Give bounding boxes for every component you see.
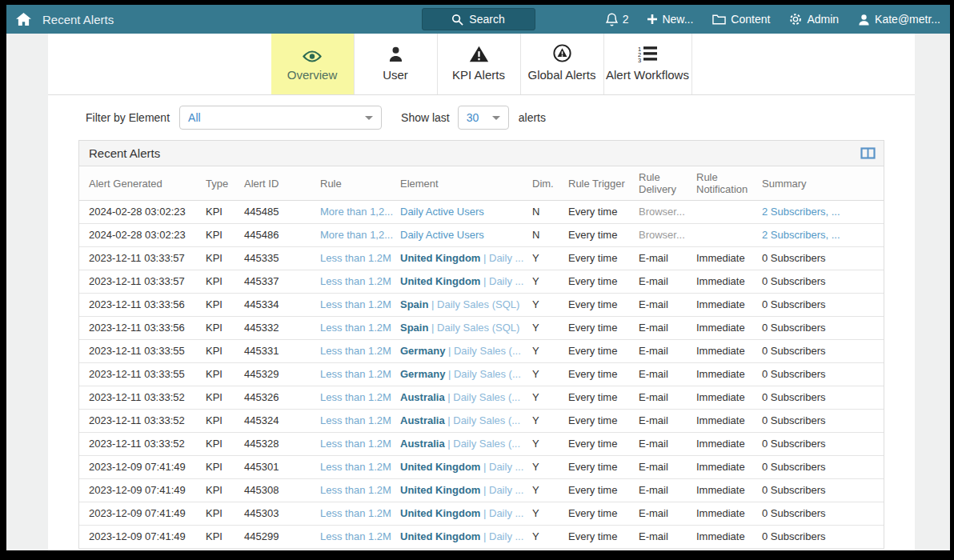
- cell-rule: Less than 1.2M: [314, 294, 394, 317]
- rule-link[interactable]: Less than 1.2M: [320, 252, 391, 264]
- rule-link[interactable]: Less than 1.2M: [320, 391, 391, 403]
- rule-link[interactable]: Less than 1.2M: [320, 507, 391, 519]
- table-row: 2023-12-09 07:41:49KPI445303Less than 1.…: [79, 502, 884, 526]
- element-link[interactable]: | Daily ...: [480, 252, 523, 264]
- admin-button[interactable]: Admin: [789, 13, 839, 26]
- page-title: Recent Alerts: [42, 13, 114, 26]
- rule-link[interactable]: Less than 1.2M: [320, 438, 391, 450]
- cell-element: Daily Active Users: [394, 224, 526, 247]
- summary-link[interactable]: 2 Subscribers, ...: [762, 229, 840, 241]
- cell-summary: 0 Subscribers: [756, 456, 884, 479]
- rule-link[interactable]: Less than 1.2M: [320, 322, 391, 334]
- element-link[interactable]: United Kingdom: [400, 484, 480, 496]
- rule-link[interactable]: Less than 1.2M: [320, 368, 391, 380]
- element-link[interactable]: | Daily ...: [480, 507, 523, 519]
- element-link[interactable]: Australia: [400, 414, 445, 426]
- cell-rule-trigger: Every time: [562, 340, 632, 363]
- element-link[interactable]: United Kingdom: [400, 507, 480, 519]
- rule-link[interactable]: Less than 1.2M: [320, 414, 391, 426]
- element-link[interactable]: Spain: [400, 298, 428, 310]
- rule-link[interactable]: Less than 1.2M: [320, 484, 391, 496]
- rule-link[interactable]: Less than 1.2M: [320, 275, 391, 287]
- rule-link[interactable]: Less than 1.2M: [320, 530, 391, 542]
- show-last-value: 30: [467, 111, 479, 124]
- cell-rule-delivery: E-mail: [632, 386, 690, 410]
- element-link[interactable]: Australia: [400, 391, 445, 403]
- cell-rule-delivery: E-mail: [632, 294, 690, 317]
- element-link[interactable]: | Daily ...: [480, 530, 523, 542]
- table-row: 2023-12-11 03:33:57KPI445337Less than 1.…: [79, 270, 884, 294]
- cell-dim: Y: [526, 433, 562, 456]
- cell-dim: Y: [526, 386, 562, 410]
- element-link[interactable]: Spain: [400, 322, 428, 334]
- cell-element: Australia | Daily Sales (...: [394, 386, 526, 410]
- new-button[interactable]: New...: [647, 13, 693, 26]
- element-link[interactable]: Daily Active Users: [400, 229, 484, 241]
- element-link[interactable]: United Kingdom: [400, 461, 480, 473]
- tab-label: Global Alerts: [527, 68, 595, 82]
- app-window: Recent Alerts Search 2 New... Content Ad…: [6, 5, 950, 550]
- element-link[interactable]: | Daily Sales (...: [445, 368, 520, 380]
- element-link[interactable]: Germany: [400, 368, 445, 380]
- cell-rule: Less than 1.2M: [314, 526, 394, 549]
- cell-alert-id: 445303: [238, 502, 314, 526]
- table-row: 2023-12-09 07:41:49KPI445299Less than 1.…: [79, 526, 884, 549]
- element-link[interactable]: | Daily ...: [480, 461, 523, 473]
- cell-dim: N: [526, 201, 562, 224]
- element-link[interactable]: | Daily Sales (SQL): [428, 322, 519, 334]
- element-link[interactable]: Daily Active Users: [400, 206, 484, 218]
- column-header-dim: Dim.: [526, 166, 562, 201]
- element-link[interactable]: | Daily Sales (...: [445, 438, 520, 450]
- cell-rule-trigger: Every time: [562, 410, 632, 433]
- cell-alert-generated: 2023-12-09 07:41:49: [79, 502, 199, 526]
- panel-title: Recent Alerts: [89, 146, 160, 160]
- rule-link[interactable]: Less than 1.2M: [320, 345, 391, 357]
- search-button[interactable]: Search: [422, 8, 535, 30]
- cell-rule-delivery: E-mail: [632, 340, 690, 363]
- element-link[interactable]: | Daily ...: [480, 484, 523, 496]
- element-link[interactable]: | Daily Sales (...: [445, 414, 520, 426]
- cell-dim: Y: [526, 479, 562, 502]
- cell-dim: Y: [526, 410, 562, 433]
- element-filter-dropdown[interactable]: All: [179, 106, 382, 130]
- cell-rule: Less than 1.2M: [314, 386, 394, 410]
- cell-rule: Less than 1.2M: [314, 270, 394, 294]
- cell-alert-id: 445308: [238, 479, 314, 502]
- tab-user[interactable]: User: [355, 34, 438, 94]
- notifications-button[interactable]: 2: [606, 13, 629, 26]
- content-button[interactable]: Content: [712, 13, 770, 26]
- table-row: 2023-12-11 03:33:52KPI445328Less than 1.…: [79, 433, 884, 456]
- tab-kpi-alerts[interactable]: KPI Alerts: [438, 34, 521, 94]
- column-picker-icon[interactable]: [860, 147, 876, 159]
- element-link[interactable]: United Kingdom: [400, 275, 480, 287]
- element-link[interactable]: Australia: [400, 438, 445, 450]
- cell-alert-id: 445485: [238, 201, 314, 224]
- cell-type: KPI: [199, 433, 238, 456]
- cell-rule-delivery: E-mail: [632, 479, 690, 502]
- element-link[interactable]: Germany: [400, 345, 445, 357]
- rule-link[interactable]: Less than 1.2M: [320, 298, 391, 310]
- element-link[interactable]: | Daily Sales (...: [445, 345, 520, 357]
- rule-link[interactable]: Less than 1.2M: [320, 461, 391, 473]
- show-last-dropdown[interactable]: 30: [458, 106, 509, 130]
- cell-rule-trigger: Every time: [562, 363, 632, 386]
- summary-link[interactable]: 2 Subscribers, ...: [762, 206, 840, 218]
- element-link[interactable]: United Kingdom: [400, 252, 480, 264]
- cell-rule-notification: Immediate: [690, 317, 756, 340]
- rule-link[interactable]: More than 1,2...: [320, 206, 393, 218]
- tab-alert-workflows[interactable]: 123 Alert Workflows: [604, 34, 692, 94]
- cell-rule-trigger: Every time: [562, 317, 632, 340]
- element-link[interactable]: | Daily Sales (SQL): [428, 298, 519, 310]
- user-menu[interactable]: Kate@metr...: [858, 13, 940, 26]
- cell-alert-id: 445328: [238, 433, 314, 456]
- cell-rule-delivery: E-mail: [632, 270, 690, 294]
- tab-global-alerts[interactable]: Global Alerts: [521, 34, 604, 94]
- cell-rule: Less than 1.2M: [314, 340, 394, 363]
- home-icon[interactable]: [16, 13, 31, 26]
- tab-overview[interactable]: Overview: [271, 34, 355, 94]
- element-link[interactable]: | Daily ...: [480, 275, 523, 287]
- rule-link[interactable]: More than 1,2...: [320, 229, 393, 241]
- element-link[interactable]: | Daily Sales (...: [445, 391, 520, 403]
- element-link[interactable]: United Kingdom: [400, 530, 480, 542]
- table-row: 2023-12-11 03:33:52KPI445324Less than 1.…: [79, 410, 884, 433]
